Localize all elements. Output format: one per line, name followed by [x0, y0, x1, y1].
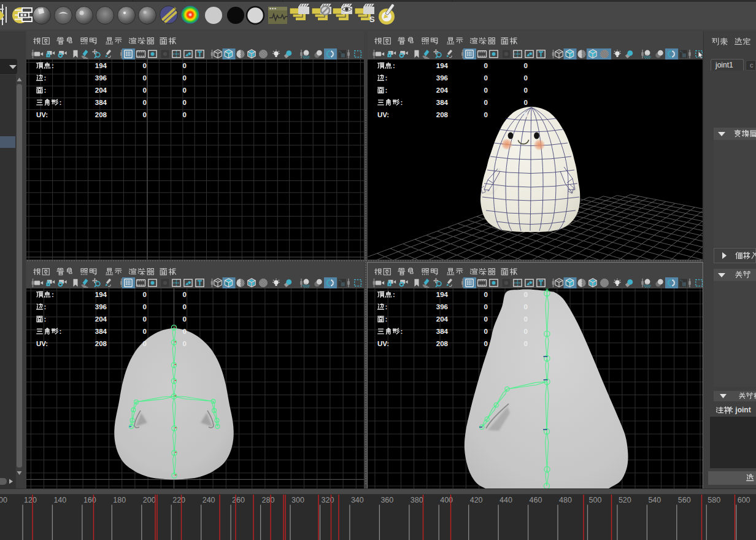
- svg-text:340: 340: [351, 496, 364, 504]
- svg-text:380: 380: [411, 496, 423, 504]
- svg-text:280: 280: [262, 496, 275, 504]
- svg-text:360: 360: [380, 496, 393, 504]
- svg-text:600: 600: [738, 496, 750, 504]
- svg-text:320: 320: [322, 496, 334, 504]
- svg-text:140: 140: [53, 496, 66, 504]
- svg-text:180: 180: [113, 496, 126, 504]
- svg-text:240: 240: [202, 496, 215, 504]
- svg-text:480: 480: [559, 496, 572, 504]
- svg-text:440: 440: [500, 496, 512, 504]
- svg-text:420: 420: [470, 496, 483, 504]
- svg-text:580: 580: [708, 496, 720, 504]
- svg-text:560: 560: [678, 496, 691, 504]
- svg-text:160: 160: [83, 496, 96, 504]
- svg-text:460: 460: [530, 496, 542, 504]
- svg-text:260: 260: [232, 496, 245, 504]
- svg-text:220: 220: [172, 496, 185, 504]
- svg-text:120: 120: [24, 496, 37, 504]
- svg-text:S: S: [369, 15, 375, 24]
- svg-text:200: 200: [143, 496, 156, 504]
- svg-text:100: 100: [0, 496, 7, 504]
- svg-text:540: 540: [648, 496, 661, 504]
- svg-text:520: 520: [619, 496, 631, 504]
- svg-text:300: 300: [291, 496, 304, 504]
- svg-text:500: 500: [589, 496, 602, 504]
